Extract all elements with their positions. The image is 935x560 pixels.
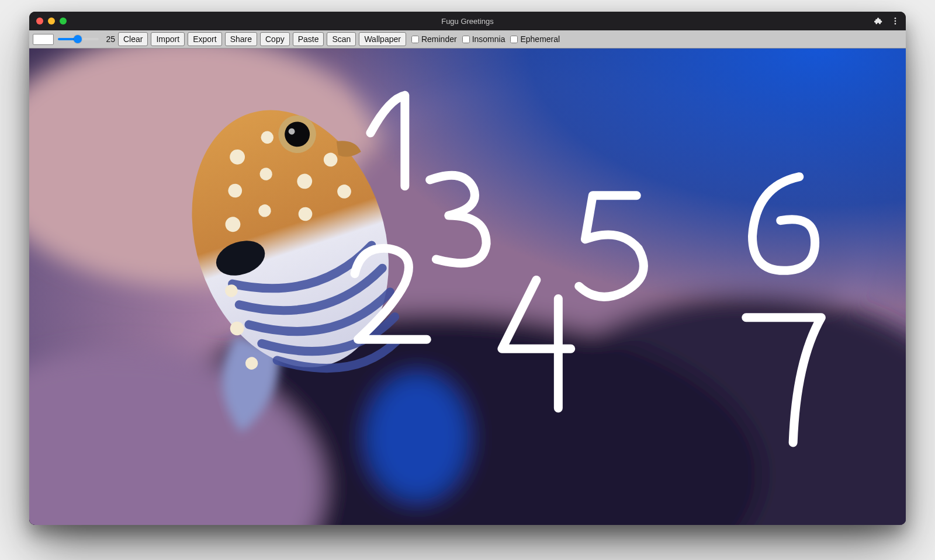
svg-rect-10: [29, 48, 906, 525]
svg-point-0: [895, 18, 896, 19]
insomnia-option: Insomnia: [462, 34, 505, 44]
toolbar: 25 Clear Import Export Share Copy Paste …: [29, 30, 906, 48]
window-minimize-button[interactable]: [48, 18, 55, 25]
brush-size-slider[interactable]: [58, 35, 99, 43]
drawing-canvas[interactable]: [29, 48, 906, 525]
clear-button[interactable]: Clear: [118, 32, 148, 46]
copy-button[interactable]: Copy: [260, 32, 290, 46]
background-photo: [29, 48, 906, 525]
ephemeral-label: Ephemeral: [520, 34, 560, 44]
brush-size-control: 25: [57, 34, 115, 44]
reminder-checkbox[interactable]: [411, 36, 419, 43]
window-close-button[interactable]: [36, 18, 43, 25]
color-picker[interactable]: [33, 34, 54, 45]
insomnia-checkbox[interactable]: [462, 36, 470, 43]
app-window: Fugu Greetings 25: [29, 12, 906, 525]
wallpaper-button[interactable]: Wallpaper: [359, 32, 406, 46]
paste-button[interactable]: Paste: [293, 32, 324, 46]
window-zoom-button[interactable]: [60, 18, 67, 25]
import-button[interactable]: Import: [151, 32, 185, 46]
reminder-label: Reminder: [421, 34, 457, 44]
titlebar-actions: [873, 16, 900, 26]
export-button[interactable]: Export: [188, 32, 221, 46]
share-button[interactable]: Share: [225, 32, 257, 46]
extension-puzzle-icon[interactable]: [873, 16, 882, 26]
svg-point-1: [895, 20, 896, 22]
scan-button[interactable]: Scan: [327, 32, 356, 46]
insomnia-label: Insomnia: [472, 34, 505, 44]
titlebar: Fugu Greetings: [29, 12, 906, 30]
kebab-menu-icon[interactable]: [891, 16, 900, 26]
svg-point-2: [895, 23, 896, 25]
ephemeral-checkbox[interactable]: [510, 36, 518, 43]
window-controls: [29, 18, 67, 25]
reminder-option: Reminder: [411, 34, 457, 44]
brush-size-value: 25: [103, 34, 115, 44]
window-title: Fugu Greetings: [29, 17, 906, 26]
window-title-text: Fugu Greetings: [441, 17, 494, 26]
ephemeral-option: Ephemeral: [510, 34, 560, 44]
